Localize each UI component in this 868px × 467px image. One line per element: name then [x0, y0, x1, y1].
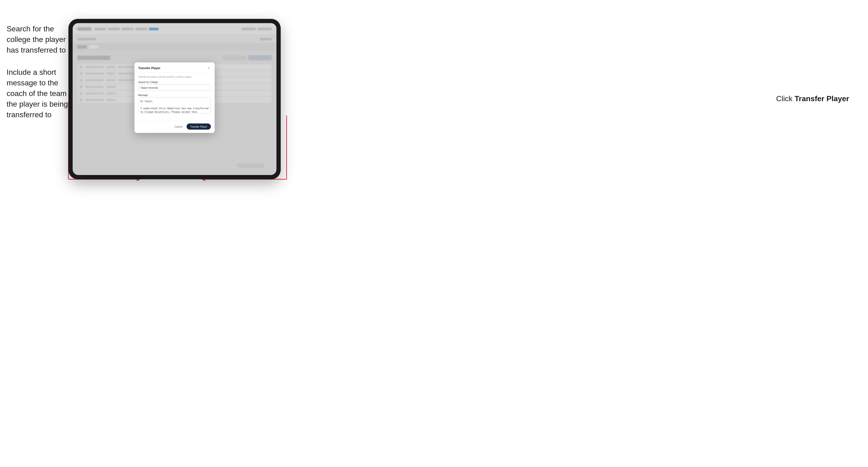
- transfer-player-modal: Transfer Player × Transfer the player an…: [134, 63, 215, 133]
- modal-title: Transfer Player: [138, 66, 160, 69]
- modal-footer: Cancel Transfer Player: [134, 121, 215, 133]
- modal-description: Transfer the player and their profile to…: [138, 75, 211, 78]
- annotation-click-label: Click: [776, 94, 793, 103]
- annotation-left-panel: Search for the college the player has tr…: [7, 24, 68, 132]
- message-label: Message: [138, 94, 211, 96]
- modal-body: Transfer the player and their profile to…: [134, 73, 215, 121]
- message-textarea[interactable]: Hi Coach, I understand Chris Robertson h…: [138, 97, 211, 114]
- search-college-group: Search for College: [138, 81, 211, 91]
- search-college-input[interactable]: [138, 85, 211, 91]
- modal-header: Transfer Player ×: [134, 63, 215, 73]
- annotation-right-panel: Click Transfer Player: [776, 94, 849, 103]
- cancel-button[interactable]: Cancel: [173, 124, 184, 129]
- tablet-frame: Transfer Player × Transfer the player an…: [68, 19, 281, 179]
- annotation-message-text: Include a short message to the coach of …: [7, 67, 68, 120]
- annotation-transfer-label: Transfer Player: [795, 94, 849, 103]
- search-college-label: Search for College: [138, 81, 211, 84]
- message-group: Message Hi Coach, I understand Chris Rob…: [138, 94, 211, 115]
- modal-close-button[interactable]: ×: [207, 66, 211, 70]
- transfer-player-button[interactable]: Transfer Player: [187, 124, 211, 130]
- tablet-screen: Transfer Player × Transfer the player an…: [73, 23, 276, 175]
- annotation-search-text: Search for the college the player has tr…: [7, 24, 68, 55]
